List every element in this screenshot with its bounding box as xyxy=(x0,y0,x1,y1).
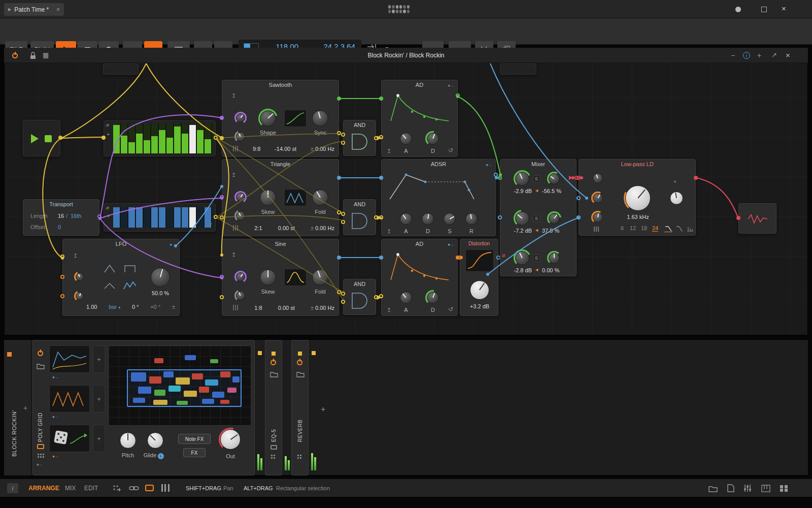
module-ad-1[interactable]: AD ●→ A D ↥ ↺ xyxy=(381,80,458,157)
module-lowpass-filter[interactable]: Low-pass LD 1.63 kHz ▴ 6 12 18 24 xyxy=(579,159,696,236)
tab-close-icon[interactable]: × xyxy=(56,6,60,13)
piano-panel-icon[interactable] xyxy=(761,485,770,492)
aux-out-port[interactable] xyxy=(337,210,341,214)
clip-block[interactable] xyxy=(185,355,196,360)
level-value-1[interactable]: -2.9 dB xyxy=(503,188,532,194)
rate-mod-knob[interactable] xyxy=(74,271,85,282)
module-and-3[interactable]: AND xyxy=(343,279,376,315)
solo-button-2[interactable]: S xyxy=(533,215,540,222)
gate-in-port[interactable] xyxy=(379,215,383,219)
fx-button[interactable]: FX xyxy=(183,448,206,457)
help-icon[interactable]: i xyxy=(7,483,18,493)
retrigger-icon[interactable]: ↥ xyxy=(231,251,236,258)
aux-out-port[interactable] xyxy=(337,290,341,294)
pan-knob-2[interactable] xyxy=(547,211,561,226)
phase-mod-knob[interactable] xyxy=(234,271,247,283)
pre-cord-icon[interactable]: ●→ xyxy=(448,242,453,247)
level-knob-2[interactable] xyxy=(514,210,531,227)
wave-random-icon[interactable] xyxy=(122,280,138,292)
inspector-panel-icon[interactable] xyxy=(727,484,734,492)
out-port[interactable] xyxy=(374,215,378,219)
grid-panel-icon[interactable] xyxy=(780,485,788,492)
edit-view-button[interactable]: EDIT xyxy=(84,485,98,492)
sync-knob[interactable] xyxy=(311,109,330,128)
solo-button-3[interactable]: S xyxy=(533,255,540,262)
amount-in-port[interactable] xyxy=(60,294,64,298)
link-icon[interactable] xyxy=(129,484,139,492)
out-port[interactable] xyxy=(694,176,698,180)
out-knob[interactable] xyxy=(219,428,242,451)
macro-cord-icon[interactable]: ●→ xyxy=(52,454,58,459)
selection-tool-icon[interactable] xyxy=(145,485,154,491)
clip-block[interactable] xyxy=(131,372,146,382)
phase-mod-knob[interactable] xyxy=(234,112,247,124)
clip-block[interactable] xyxy=(199,387,209,393)
pitch-in-port[interactable] xyxy=(220,295,224,299)
in-port-3-phase-icon[interactable]: ⌀ xyxy=(502,252,505,259)
device-poly-grid[interactable]: POLY GRID ●→ ●→ + ●→ + ●→ + Pitch xyxy=(32,340,255,475)
mix-view-button[interactable]: MIX xyxy=(65,485,76,492)
lfo-settings-row[interactable]: 1.00 bar ▾ 0 ° +0 ° ± xyxy=(86,304,175,310)
pan-knob-3[interactable] xyxy=(547,251,561,265)
zoom-out-icon[interactable]: − xyxy=(731,51,735,59)
columns-icon[interactable] xyxy=(161,484,170,492)
fold-knob[interactable] xyxy=(311,188,330,207)
cutoff-mod-port[interactable] xyxy=(577,196,581,200)
input-gain-knob[interactable] xyxy=(591,172,604,185)
device-reverb[interactable]: REVERB xyxy=(291,340,309,475)
loop-mode-icon[interactable]: ↺ xyxy=(448,306,453,313)
info-icon[interactable]: i xyxy=(743,52,750,59)
solo-button-1[interactable]: S xyxy=(533,175,540,182)
trigger-in-port[interactable] xyxy=(60,255,64,259)
clip-block[interactable] xyxy=(220,400,229,404)
in-port-a[interactable] xyxy=(341,212,345,216)
device-name[interactable]: EQ-5 xyxy=(271,391,277,442)
clip-block[interactable] xyxy=(149,376,161,384)
preset-folder-icon[interactable] xyxy=(270,371,278,377)
mute-icon-3[interactable]: ◄ xyxy=(534,267,539,272)
mute-icon-1[interactable]: ◄ xyxy=(534,188,539,193)
popout-icon[interactable]: ↗ xyxy=(771,51,777,59)
retrigger-icon[interactable]: ↥ xyxy=(231,92,236,99)
gate-step-cells[interactable] xyxy=(113,207,214,228)
sync-out-icon[interactable]: ●→ xyxy=(170,242,175,247)
window-close-button[interactable]: × xyxy=(782,4,786,13)
decay-knob[interactable] xyxy=(425,290,441,305)
trigger-icon[interactable]: ↥ xyxy=(387,307,391,313)
device-grid-icon[interactable] xyxy=(297,454,304,460)
pitch-knob[interactable] xyxy=(118,431,138,450)
macro-cord-icon[interactable]: ●→ xyxy=(52,375,58,379)
device-name[interactable]: REVERB xyxy=(297,391,303,442)
comb-icon[interactable] xyxy=(687,226,694,232)
out-port[interactable] xyxy=(214,136,218,140)
amount-value[interactable]: 50.0 % xyxy=(143,290,178,296)
module-adsr[interactable]: ADSR ●→ A D S R ↥ xyxy=(381,159,496,236)
clip-block[interactable] xyxy=(177,401,188,405)
snap-icon[interactable] xyxy=(113,484,122,492)
pitch-mod-knob[interactable] xyxy=(234,290,247,302)
level-value-2[interactable]: -7.2 dB xyxy=(503,228,532,234)
pitch-in-port[interactable] xyxy=(220,215,224,219)
zoom-in-icon[interactable]: + xyxy=(757,51,761,59)
level-knob-1[interactable] xyxy=(514,170,531,187)
module-sine[interactable]: Sine ↥ Skew Fold 1:8 0.00 st ± 0.00 Hz xyxy=(222,239,339,316)
clip-block[interactable] xyxy=(154,390,165,396)
device-grid-icon[interactable] xyxy=(37,453,44,459)
macro-display-random[interactable] xyxy=(49,425,90,452)
in-port[interactable] xyxy=(458,256,462,260)
level-knob-3[interactable] xyxy=(514,249,531,267)
macro-add-button[interactable]: + xyxy=(93,425,105,452)
out-port[interactable] xyxy=(456,93,460,98)
loop-mode-icon[interactable]: ↺ xyxy=(448,147,453,154)
cutoff-mod-knob[interactable] xyxy=(591,192,604,205)
module-sawtooth[interactable]: Sawtooth ↥ Shape Sync 9:8 -14.00 st ± 0.… xyxy=(222,80,339,157)
module-and-2[interactable]: AND xyxy=(343,199,376,235)
step-value-bars[interactable] xyxy=(113,123,214,153)
browser-panel-icon[interactable] xyxy=(708,485,718,492)
module-step-values[interactable]: ⌀ + xyxy=(104,120,216,156)
project-tab[interactable]: ▶ Patch Time * × xyxy=(4,3,64,16)
cutoff-knob[interactable] xyxy=(624,184,652,212)
res-mod-port[interactable] xyxy=(577,215,581,219)
in-port[interactable] xyxy=(379,256,383,260)
out-port[interactable] xyxy=(337,97,341,101)
